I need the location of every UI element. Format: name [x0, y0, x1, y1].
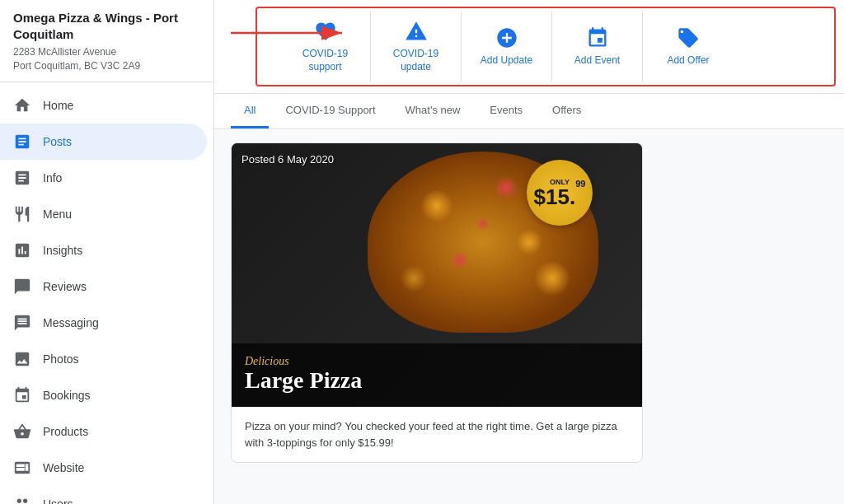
sidebar-item-photos[interactable]: Photos: [0, 341, 207, 377]
price-badge: ONLY $15.99: [527, 160, 593, 226]
sidebar-label-info: Info: [43, 171, 62, 184]
main-content: COVID-19support COVID-19update Add Updat…: [214, 0, 844, 504]
reviews-icon: [13, 278, 31, 296]
overlay-delicious: Delicious: [245, 355, 629, 368]
sidebar-nav: Home Posts Info Menu Ins: [0, 82, 213, 504]
insights-icon: [13, 241, 31, 259]
products-icon: [13, 422, 31, 441]
post-feed: Posted 6 May 2020 ONLY $15.99: [214, 129, 844, 504]
website-icon: [13, 459, 31, 477]
add-update-label: Add Update: [481, 54, 532, 68]
tab-whats-new[interactable]: What's new: [392, 94, 474, 128]
info-icon: [13, 169, 31, 187]
tab-all[interactable]: All: [231, 94, 269, 128]
post-date: Posted 6 May 2020: [241, 153, 334, 166]
sidebar-label-menu: Menu: [43, 208, 72, 221]
covid-update-label: COVID-19update: [393, 48, 438, 73]
sidebar-label-home: Home: [43, 99, 73, 112]
warning-icon: [405, 20, 428, 43]
covid-update-button[interactable]: COVID-19update: [371, 12, 462, 82]
covid-support-button[interactable]: COVID-19support: [280, 12, 371, 82]
sidebar-label-users: Users: [43, 497, 73, 504]
add-event-label: Add Event: [574, 54, 620, 68]
sidebar-item-menu[interactable]: Menu: [0, 196, 207, 232]
sidebar-item-info[interactable]: Info: [0, 160, 207, 196]
sidebar-label-photos: Photos: [43, 352, 79, 366]
sidebar-item-products[interactable]: Products: [0, 413, 207, 450]
action-buttons-section: COVID-19support COVID-19update Add Updat…: [214, 0, 844, 94]
offer-icon: [677, 26, 700, 49]
sidebar-item-bookings[interactable]: Bookings: [0, 377, 207, 413]
sidebar-label-bookings: Bookings: [43, 389, 91, 402]
business-info: Omega Pizza & Wings - Port Coquitlam 228…: [0, 0, 213, 82]
home-icon: [13, 96, 31, 114]
pizza-text-overlay: Delicious Large Pizza: [232, 343, 642, 407]
sidebar-item-insights[interactable]: Insights: [0, 232, 207, 268]
heart-icon: [314, 20, 337, 43]
add-update-button[interactable]: Add Update: [462, 12, 552, 82]
sidebar-item-posts[interactable]: Posts: [0, 124, 207, 160]
price-cents: 99: [575, 180, 585, 189]
add-event-button[interactable]: Add Event: [552, 12, 643, 82]
pizza-image: ONLY $15.99 Delicious Large Pizza: [232, 143, 642, 407]
photos-icon: [13, 350, 31, 368]
sidebar-item-home[interactable]: Home: [0, 87, 207, 124]
update-icon: [495, 26, 518, 49]
sidebar-item-users[interactable]: Users: [0, 486, 207, 504]
add-offer-button[interactable]: Add Offer: [643, 12, 734, 82]
sidebar-label-reviews: Reviews: [43, 280, 87, 293]
post-card: Posted 6 May 2020 ONLY $15.99: [231, 142, 643, 463]
business-name: Omega Pizza & Wings - Port Coquitlam: [13, 10, 200, 42]
sidebar-item-website[interactable]: Website: [0, 450, 207, 486]
tabs-bar: All COVID-19 Support What's new Events O…: [214, 94, 844, 129]
users-icon: [13, 495, 31, 504]
menu-icon: [13, 205, 31, 223]
add-offer-label: Add Offer: [667, 54, 709, 68]
sidebar-item-messaging[interactable]: Messaging: [0, 305, 207, 341]
sidebar-label-website: Website: [43, 461, 84, 474]
sidebar-label-products: Products: [43, 425, 88, 438]
sidebar-label-insights: Insights: [43, 244, 82, 257]
messaging-icon: [13, 314, 31, 332]
tab-events[interactable]: Events: [476, 94, 536, 128]
price-amount: $15.: [534, 186, 576, 208]
sidebar-item-reviews[interactable]: Reviews: [0, 268, 207, 305]
covid-support-label: COVID-19support: [302, 48, 348, 73]
tab-covid-support[interactable]: COVID-19 Support: [272, 94, 388, 128]
action-buttons: COVID-19support COVID-19update Add Updat…: [280, 12, 828, 82]
sidebar: Omega Pizza & Wings - Port Coquitlam 228…: [0, 0, 214, 504]
event-icon: [586, 26, 609, 49]
posts-icon: [13, 133, 31, 151]
bookings-icon: [13, 386, 31, 404]
tab-offers[interactable]: Offers: [539, 94, 594, 128]
business-address: 2283 McAllister Avenue Port Coquitlam, B…: [13, 45, 200, 73]
post-description: Pizza on your mind? You checked your fee…: [232, 407, 642, 462]
sidebar-label-posts: Posts: [43, 135, 72, 148]
sidebar-label-messaging: Messaging: [43, 316, 99, 329]
overlay-title: Large Pizza: [245, 368, 629, 394]
post-image: Posted 6 May 2020 ONLY $15.99: [232, 143, 642, 407]
